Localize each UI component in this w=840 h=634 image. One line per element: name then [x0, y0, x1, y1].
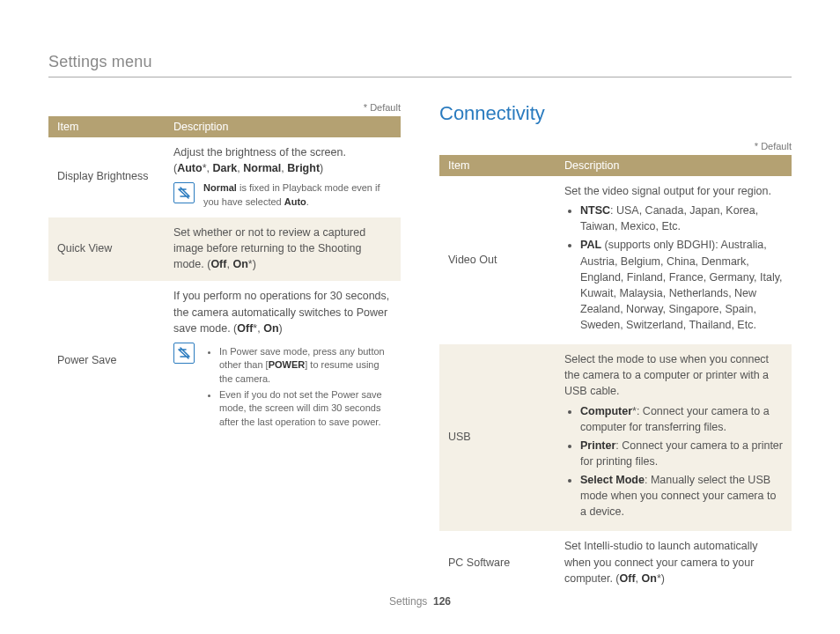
right-settings-table: Item Description Video Out Set the video… [439, 155, 792, 595]
desc-bullet: Computer*: Connect your camera to a comp… [580, 403, 783, 435]
header-desc: Description [556, 155, 792, 176]
table-header-row: Item Description [439, 155, 792, 176]
desc-lead: Adjust the brightness of the screen. [173, 144, 392, 160]
desc-bullet: NTSC: USA, Canada, Japan, Korea, Taiwan,… [580, 203, 783, 234]
left-settings-table: Item Description Display Brightness Adju… [48, 116, 401, 440]
item-cell: Display Brightness [48, 137, 165, 217]
desc-cell: Set the video signal output for your reg… [556, 176, 792, 344]
note-text: In Power save mode, press any button oth… [203, 342, 392, 431]
desc-lead: Select the mode to use when you connect … [564, 351, 783, 399]
desc-bullet: Select Mode: Manually select the USB mod… [580, 472, 783, 520]
header-desc: Description [165, 116, 401, 137]
note-icon [173, 182, 195, 203]
right-column: Connectivity * Default Item Description … [439, 102, 792, 595]
info-note: In Power save mode, press any button oth… [173, 342, 392, 431]
note-icon [173, 343, 195, 364]
footer-label: Settings [389, 595, 427, 608]
table-row: Quick View Set whether or not to review … [48, 217, 401, 281]
note-text: Normal is fixed in Playback mode even if… [203, 181, 392, 209]
header-item: Item [48, 116, 165, 137]
info-note: Normal is fixed in Playback mode even if… [173, 181, 392, 209]
left-column: * Default Item Description Display Brigh… [48, 102, 401, 595]
table-row: Display Brightness Adjust the brightness… [48, 137, 401, 217]
page-footer: Settings 126 [0, 595, 840, 608]
default-note-right: * Default [439, 141, 792, 151]
table-row: USB Select the mode to use when you conn… [439, 344, 792, 531]
desc-cell: Adjust the brightness of the screen. (Au… [165, 137, 401, 217]
desc-lead: Set the video signal output for your reg… [564, 183, 783, 199]
page-number: 126 [433, 595, 451, 608]
desc-bullet: Printer: Connect your camera to a printe… [580, 438, 783, 469]
note-bullet: In Power save mode, press any button oth… [219, 345, 392, 386]
desc-cell: Set Intelli-studio to launch automatical… [556, 531, 792, 594]
table-row: Power Save If you perform no operations … [48, 281, 401, 440]
page-title: Settings menu [48, 53, 792, 77]
table-header-row: Item Description [48, 116, 401, 137]
table-row: Video Out Set the video signal output fo… [439, 176, 792, 344]
desc-options: (Auto*, Dark, Normal, Bright) [173, 160, 392, 176]
item-cell: USB [439, 344, 556, 531]
item-cell: Video Out [439, 176, 556, 344]
desc-cell: Select the mode to use when you connect … [556, 344, 792, 531]
desc-text: If you perform no operations for 30 seco… [173, 288, 392, 335]
note-bullet: Even if you do not set the Power save mo… [219, 388, 392, 429]
default-note-left: * Default [48, 102, 401, 113]
header-item: Item [439, 155, 556, 176]
desc-cell: Set whether or not to review a captured … [165, 217, 401, 281]
item-cell: PC Software [439, 531, 556, 594]
content-columns: * Default Item Description Display Brigh… [48, 102, 792, 595]
desc-cell: If you perform no operations for 30 seco… [165, 281, 401, 440]
item-cell: Power Save [48, 281, 165, 440]
section-title: Connectivity [439, 102, 792, 125]
item-cell: Quick View [48, 217, 165, 281]
desc-bullet: PAL (supports only BDGHI): Australia, Au… [580, 237, 783, 333]
table-row: PC Software Set Intelli-studio to launch… [439, 531, 792, 594]
